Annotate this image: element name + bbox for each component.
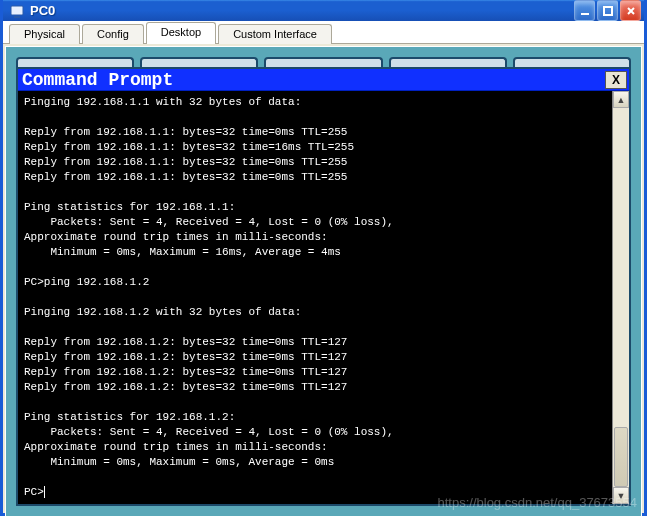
shortcut-item[interactable] xyxy=(264,57,382,67)
svg-rect-0 xyxy=(11,6,23,15)
svg-rect-3 xyxy=(604,7,612,15)
tab-physical[interactable]: Physical xyxy=(9,24,80,44)
command-prompt-output[interactable]: Pinging 192.168.1.1 with 32 bytes of dat… xyxy=(18,91,612,504)
command-prompt-titlebar[interactable]: Command Prompt X xyxy=(18,69,629,91)
titlebar[interactable]: PC0 xyxy=(3,0,644,21)
shortcut-row xyxy=(16,57,631,67)
shortcut-item[interactable] xyxy=(513,57,631,67)
tab-custom-interface[interactable]: Custom Interface xyxy=(218,24,332,44)
scroll-track[interactable] xyxy=(613,108,629,487)
command-prompt-close-button[interactable]: X xyxy=(605,71,627,89)
scroll-up-button[interactable]: ▲ xyxy=(613,91,629,108)
app-window: PC0 Physical Config Desktop Custom Inter… xyxy=(0,0,647,516)
tab-row: Physical Config Desktop Custom Interface xyxy=(3,21,644,44)
svg-rect-2 xyxy=(581,13,589,15)
shortcut-item[interactable] xyxy=(389,57,507,67)
window-buttons xyxy=(574,0,641,21)
scroll-down-button[interactable]: ▼ xyxy=(613,487,629,504)
command-prompt-body-wrap: Pinging 192.168.1.1 with 32 bytes of dat… xyxy=(18,91,629,504)
shortcut-item[interactable] xyxy=(16,57,134,67)
scrollbar[interactable]: ▲ ▼ xyxy=(612,91,629,504)
tab-desktop[interactable]: Desktop xyxy=(146,22,216,44)
app-icon xyxy=(9,3,25,19)
desktop-area: Command Prompt X Pinging 192.168.1.1 wit… xyxy=(5,46,642,516)
maximize-button[interactable] xyxy=(597,0,618,21)
window-title: PC0 xyxy=(30,3,574,18)
command-prompt-title: Command Prompt xyxy=(22,70,605,90)
close-button[interactable] xyxy=(620,0,641,21)
svg-rect-1 xyxy=(14,16,20,18)
minimize-button[interactable] xyxy=(574,0,595,21)
scroll-thumb[interactable] xyxy=(614,427,628,487)
shortcut-item[interactable] xyxy=(140,57,258,67)
tab-config[interactable]: Config xyxy=(82,24,144,44)
command-prompt-window: Command Prompt X Pinging 192.168.1.1 wit… xyxy=(16,67,631,506)
